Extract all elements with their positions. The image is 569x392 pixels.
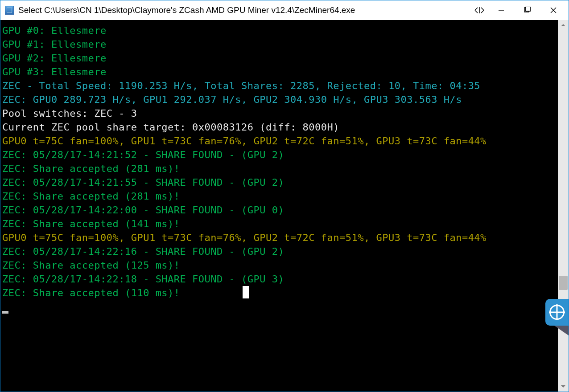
console-line: ZEC: Share accepted (110 ms)! bbox=[2, 287, 180, 298]
console-line: GPU #2: Ellesmere bbox=[2, 53, 107, 64]
console-line: ZEC: Share accepted (125 ms)! bbox=[2, 260, 180, 271]
vertical-scrollbar[interactable] bbox=[558, 20, 569, 392]
svg-rect-2 bbox=[526, 7, 530, 11]
maximize-button[interactable] bbox=[514, 0, 540, 20]
console-line: ZEC: 05/28/17-14:22:16 - SHARE FOUND - (… bbox=[2, 246, 284, 257]
console-line: GPU #3: Ellesmere bbox=[2, 66, 107, 78]
client-area: GPU #0: EllesmereGPU #1: EllesmereGPU #2… bbox=[0, 20, 569, 392]
minimize-button[interactable] bbox=[488, 0, 514, 20]
console-line: ZEC: 05/28/17-14:21:55 - SHARE FOUND - (… bbox=[2, 177, 284, 188]
console-line: ZEC: Share accepted (141 ms)! bbox=[2, 218, 180, 229]
console-line: ZEC: Share accepted (281 ms)! bbox=[2, 163, 180, 174]
console-line: GPU #1: Ellesmere bbox=[2, 39, 107, 50]
console-line: Current ZEC pool share target: 0x0008312… bbox=[2, 122, 339, 133]
console-line: ZEC: GPU0 289.723 H/s, GPU1 292.037 H/s,… bbox=[2, 94, 462, 105]
console-line: GPU0 t=75C fan=100%, GPU1 t=73C fan=76%,… bbox=[2, 232, 487, 243]
scrollbar-thumb[interactable] bbox=[559, 276, 568, 290]
panel-handle-icon[interactable] bbox=[554, 326, 569, 335]
prompt-cursor bbox=[2, 311, 8, 314]
console-line: GPU #0: Ellesmere bbox=[2, 25, 107, 36]
console-line: Pool switches: ZEC - 3 bbox=[2, 108, 137, 119]
text-cursor bbox=[243, 286, 249, 298]
app-icon bbox=[5, 6, 14, 15]
resize-grip-icon bbox=[473, 6, 486, 14]
window-title: Select C:\Users\CN 1\Desktop\Claymore's … bbox=[18, 5, 473, 15]
console-line: ZEC: Share accepted (281 ms)! bbox=[2, 191, 180, 202]
console-line: ZEC: 05/28/17-14:22:00 - SHARE FOUND - (… bbox=[2, 204, 284, 216]
console-line: GPU0 t=75C fan=100%, GPU1 t=73C fan=76%,… bbox=[2, 135, 487, 147]
teamviewer-icon[interactable] bbox=[545, 299, 569, 326]
console-line: ZEC: 05/28/17-14:21:52 - SHARE FOUND - (… bbox=[2, 149, 284, 160]
close-button[interactable] bbox=[540, 0, 567, 20]
terminal-window: Select C:\Users\CN 1\Desktop\Claymore's … bbox=[0, 0, 569, 392]
teamviewer-panel[interactable] bbox=[545, 299, 569, 333]
chevron-down-icon bbox=[561, 384, 566, 389]
window-controls bbox=[488, 0, 567, 20]
titlebar[interactable]: Select C:\Users\CN 1\Desktop\Claymore's … bbox=[0, 0, 569, 20]
console-line: ZEC: 05/28/17-14:22:18 - SHARE FOUND - (… bbox=[2, 274, 284, 285]
chevron-up-icon bbox=[561, 23, 566, 28]
console-line: ZEC - Total Speed: 1190.253 H/s, Total S… bbox=[2, 80, 480, 91]
console-output[interactable]: GPU #0: EllesmereGPU #1: EllesmereGPU #2… bbox=[0, 20, 558, 392]
scroll-down-button[interactable] bbox=[558, 381, 569, 392]
scroll-up-button[interactable] bbox=[558, 20, 569, 31]
